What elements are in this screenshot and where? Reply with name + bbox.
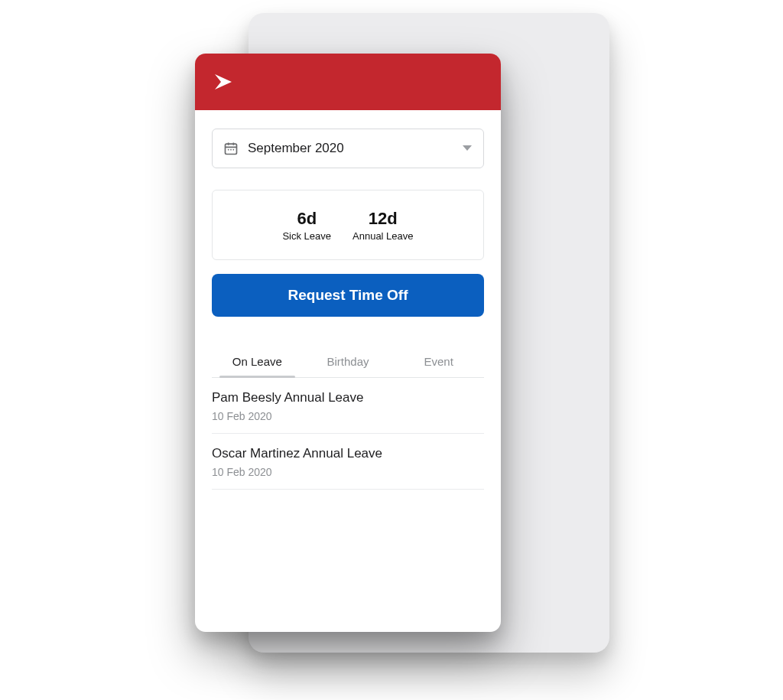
annual-leave-value: 12d (353, 209, 414, 229)
list-item-title: Pam Beesly Annual Leave (212, 390, 484, 405)
month-label: September 2020 (248, 141, 462, 156)
list-item-date: 10 Feb 2020 (212, 466, 484, 478)
caret-down-icon (462, 145, 473, 152)
svg-point-5 (230, 149, 232, 151)
calendar-icon (223, 141, 239, 156)
tab-event[interactable]: Event (393, 347, 484, 377)
content-area: September 2020 6d Sick Leave 12d Annual … (195, 110, 501, 490)
tab-birthday[interactable]: Birthday (303, 347, 394, 377)
list-item[interactable]: Pam Beesly Annual Leave 10 Feb 2020 (212, 378, 484, 434)
tab-on-leave[interactable]: On Leave (212, 347, 303, 377)
app-header (195, 54, 501, 110)
brand-logo-icon (212, 71, 242, 93)
stage: September 2020 6d Sick Leave 12d Annual … (0, 0, 783, 700)
svg-point-4 (228, 149, 229, 151)
tabs: On Leave Birthday Event (212, 347, 484, 378)
list-item-title: Oscar Martinez Annual Leave (212, 446, 484, 461)
annual-leave-label: Annual Leave (353, 230, 414, 242)
sick-leave-value: 6d (282, 209, 331, 229)
phone-mockup: September 2020 6d Sick Leave 12d Annual … (195, 54, 501, 632)
annual-leave-balance: 12d Annual Leave (353, 209, 414, 242)
list-item[interactable]: Oscar Martinez Annual Leave 10 Feb 2020 (212, 434, 484, 490)
sick-leave-label: Sick Leave (282, 230, 331, 242)
svg-point-6 (233, 149, 235, 151)
month-picker[interactable]: September 2020 (212, 129, 484, 168)
on-leave-list: Pam Beesly Annual Leave 10 Feb 2020 Osca… (212, 378, 484, 490)
sick-leave-balance: 6d Sick Leave (282, 209, 331, 242)
leave-balances-card: 6d Sick Leave 12d Annual Leave (212, 190, 484, 260)
request-time-off-button[interactable]: Request Time Off (212, 274, 484, 317)
list-item-date: 10 Feb 2020 (212, 410, 484, 422)
